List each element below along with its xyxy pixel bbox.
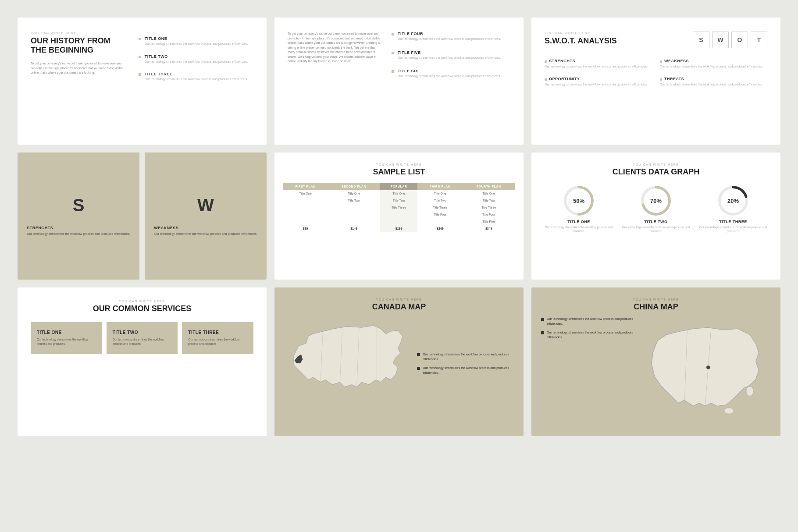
- chart1-title: TITLE ONE: [567, 220, 590, 224]
- china-map-svg: [640, 317, 771, 424]
- service-box-2: TITLE TWO Our technology streamlines the…: [107, 322, 178, 354]
- slide-sw-panels: S STRENGHTS Our technology streamlines t…: [18, 153, 267, 280]
- sw-s-label: STRENGHTS: [27, 226, 130, 230]
- donut-1-pct: 50%: [573, 198, 584, 204]
- chart-title-two: 70% TITLE TWO Our technology streamlines…: [617, 185, 695, 233]
- sample-table-wrap: FIRST PLAN SECOND PLAN POPULAR THIRD PLA…: [283, 183, 515, 232]
- canada-map-svg: [284, 317, 410, 414]
- service-box-3: TITLE THREE Our technology streamlines t…: [182, 322, 253, 354]
- item3-title: TITLE THREE: [145, 72, 248, 76]
- slide2-item2-text: Our technology streamlines the workflow …: [398, 56, 501, 60]
- slide2-item3-text: Our technology streamlines the workflow …: [398, 74, 501, 79]
- china-map-area: [640, 317, 771, 426]
- sw-panel-s: S STRENGHTS Our technology streamlines t…: [18, 153, 139, 280]
- slide1-body: To get your company's name out there, yo…: [31, 61, 128, 75]
- china-bullet1-dot: [541, 318, 544, 321]
- clients-label: YOU CAN WRITE HERE: [540, 163, 772, 166]
- sw-w-label: WEAKNESS: [154, 226, 257, 230]
- sw-s-letter: S: [73, 195, 85, 215]
- charts-row: 50% TITLE ONE Our technology streamlines…: [540, 185, 772, 233]
- slide2-item1-title: TITLE FOUR: [398, 32, 501, 36]
- chart1-text: Our technology streamlines the workflow …: [540, 225, 617, 233]
- chart2-text: Our technology streamlines the workflow …: [617, 225, 695, 233]
- swot-o: O: [731, 32, 748, 48]
- item1-text: Our technology streamlines the workflow …: [145, 42, 248, 46]
- chart2-title: TITLE TWO: [645, 220, 668, 224]
- col-first: FIRST PLAN: [283, 183, 328, 190]
- slide2-item2-title: TITLE FIVE: [398, 50, 501, 55]
- slide1-item2: TITLE TWO Our technology streamlines the…: [139, 54, 253, 64]
- service2-text: Our technology streamlines the workflow …: [113, 337, 172, 346]
- table-row: ----Title Five: [283, 218, 515, 225]
- slide1-item3: TITLE THREE Our technology streamlines t…: [139, 72, 253, 82]
- service3-title: TITLE THREE: [188, 330, 247, 335]
- slide-sample-list: YOU CAN WRITE HERE SAMPLE LIST FIRST PLA…: [274, 153, 524, 280]
- canada-bullet2-text: Our technology streamlines the workflow …: [423, 366, 514, 375]
- swot-title: S.W.O.T. ANALYSIS: [545, 36, 617, 46]
- swot-w-dot: [660, 60, 662, 63]
- swot-w-text: Our technology streamlines the workflow …: [660, 64, 767, 69]
- canada-bullet-2: Our technology streamlines the workflow …: [417, 366, 514, 375]
- swot-s: S: [693, 32, 709, 48]
- col-popular: POPULAR: [380, 183, 417, 190]
- col-fourth: FOURTH PLAN: [463, 183, 515, 190]
- canada-label: YOU CAN WRITE HERE: [284, 298, 514, 301]
- swot-threats: THREATS Our technology streamlines the w…: [660, 77, 767, 87]
- swot-t-dot: [660, 78, 662, 81]
- slide-canada-map: YOU CAN WRITE HERE CANADA MAP: [274, 287, 524, 436]
- china-bullet2-dot: [541, 331, 544, 334]
- canada-bullet1-text: Our technology streamlines the workflow …: [423, 352, 514, 362]
- canada-info: Our technology streamlines the workflow …: [417, 352, 514, 379]
- table-row-price: $99$149$199$249$349: [283, 225, 515, 232]
- item2-title: TITLE TWO: [145, 54, 248, 59]
- item1-title: TITLE ONE: [145, 36, 248, 41]
- china-bullet-2: Our technology streamlines the workflow …: [541, 330, 634, 340]
- chart-title-one: 50% TITLE ONE Our technology streamlines…: [540, 185, 617, 233]
- slide2-body: To get your company's name out there, yo…: [288, 32, 383, 64]
- swot-weakness: WEAKNESS Our technology streamlines the …: [660, 59, 767, 69]
- sample-label: YOU CAN WRITE HERE: [283, 163, 515, 166]
- china-bullet2-text: Our technology streamlines the workflow …: [547, 330, 634, 340]
- item1-dot: [139, 38, 141, 40]
- sample-title: SAMPLE LIST: [283, 167, 515, 177]
- slide1-item1: TITLE ONE Our technology streamlines the…: [139, 36, 253, 46]
- slide-history: YOU CAN WRITE HERE OUR HISTORY FROM THE …: [18, 18, 267, 145]
- china-title: CHINA MAP: [541, 302, 771, 312]
- slide-grid: YOU CAN WRITE HERE OUR HISTORY FROM THE …: [18, 18, 780, 436]
- services-grid: TITLE ONE Our technology streamlines the…: [31, 322, 253, 354]
- canada-map-area: [284, 317, 410, 415]
- swot-t: T: [751, 32, 767, 48]
- china-bullet1-text: Our technology streamlines the workflow …: [547, 317, 634, 326]
- slide2-item3: TITLE SIX Our technology streamlines the…: [392, 69, 510, 79]
- slide2-item1-dot: [392, 33, 394, 35]
- sw-s-text: Our technology streamlines the workflow …: [27, 232, 130, 237]
- slide-china-map: YOU CAN WRITE HERE CHINA MAP Our technol…: [531, 287, 780, 436]
- svg-point-11: [724, 408, 734, 414]
- swot-s-dot: [545, 60, 547, 63]
- item2-text: Our technology streamlines the workflow …: [145, 60, 248, 64]
- swot-letter-boxes: S W O T: [693, 32, 767, 48]
- slide2-item1-text: Our technology streamlines the workflow …: [398, 37, 501, 42]
- chart-title-three: 20% TITLE THREE Our technology streamlin…: [695, 185, 772, 233]
- slide-clients-graph: YOU CAN WRITE HERE CLIENTS DATA GRAPH 50…: [531, 153, 780, 280]
- service1-text: Our technology streamlines the workflow …: [37, 337, 96, 346]
- canada-title: CANADA MAP: [284, 302, 514, 312]
- swot-grid: STRENGHTS Our technology streamlines the…: [545, 59, 767, 87]
- swot-w: W: [712, 32, 729, 48]
- chart3-text: Our technology streamlines the workflow …: [695, 225, 772, 233]
- services-label: YOU CAN WRITE HERE: [31, 300, 253, 303]
- sample-table: FIRST PLAN SECOND PLAN POPULAR THIRD PLA…: [283, 183, 515, 232]
- service3-text: Our technology streamlines the workflow …: [188, 337, 247, 346]
- swot-label: YOU CAN WRITE HERE: [545, 32, 617, 35]
- item2-dot: [139, 56, 141, 58]
- swot-t-text: Our technology streamlines the workflow …: [660, 82, 767, 87]
- service1-title: TITLE ONE: [37, 330, 96, 335]
- donut-2-pct: 70%: [650, 198, 662, 204]
- china-layout: Our technology streamlines the workflow …: [541, 317, 771, 426]
- sw-w-letter: W: [197, 195, 214, 215]
- slide-intro: To get your company's name out there, yo…: [274, 18, 524, 145]
- slide2-item2: TITLE FIVE Our technology streamlines th…: [392, 50, 510, 60]
- slide1-label: YOU CAN WRITE HERE: [31, 32, 253, 35]
- china-info: Our technology streamlines the workflow …: [541, 317, 634, 426]
- donut-2: 70%: [641, 185, 671, 216]
